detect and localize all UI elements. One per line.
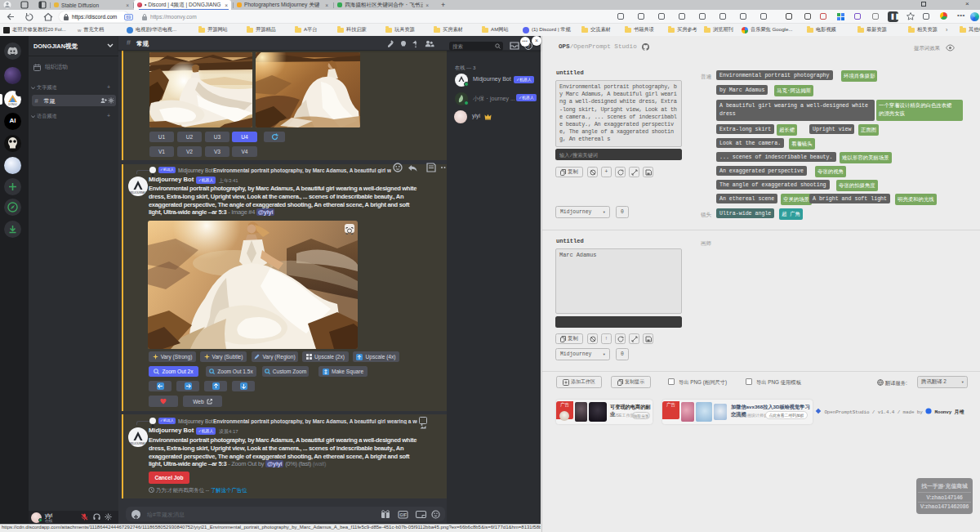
svg-text:MIDJOURNEY: MIDJOURNEY (129, 191, 147, 194)
svg-text:MIDJOURNEY: MIDJOURNEY (129, 442, 147, 445)
svg-text:DONGJ: DONGJ (8, 103, 17, 106)
svg-text:GIF: GIF (400, 512, 407, 517)
